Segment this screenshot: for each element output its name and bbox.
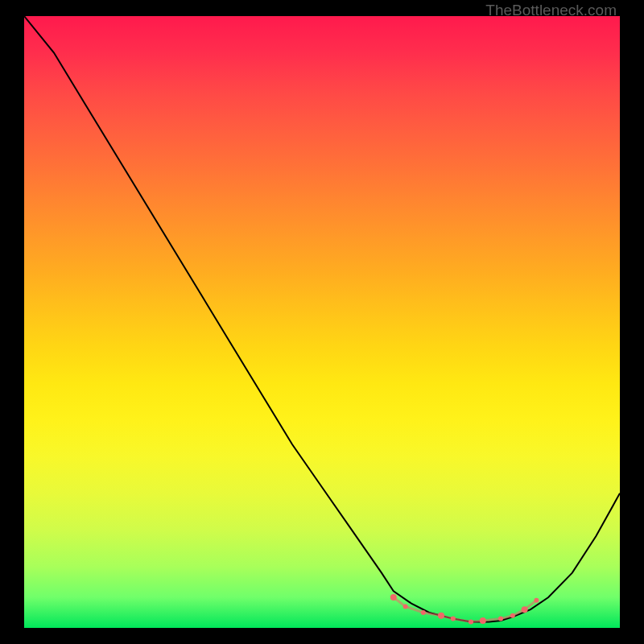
svg-point-5 xyxy=(469,619,473,624)
svg-point-3 xyxy=(438,613,444,619)
curve-svg xyxy=(24,16,620,628)
watermark-text: TheBottleneck.com xyxy=(485,2,617,19)
optimal-zone-markers xyxy=(390,594,539,624)
svg-point-4 xyxy=(451,617,456,621)
svg-point-0 xyxy=(390,594,397,601)
plot-area xyxy=(24,16,620,628)
svg-point-1 xyxy=(403,604,408,609)
svg-point-8 xyxy=(510,613,515,618)
chart-container: TheBottleneck.com xyxy=(0,0,644,644)
svg-point-6 xyxy=(480,617,486,624)
svg-point-2 xyxy=(421,610,426,615)
svg-point-7 xyxy=(498,617,503,621)
bottleneck-curve-line xyxy=(24,16,620,621)
svg-point-10 xyxy=(534,598,539,603)
svg-point-9 xyxy=(522,606,528,613)
